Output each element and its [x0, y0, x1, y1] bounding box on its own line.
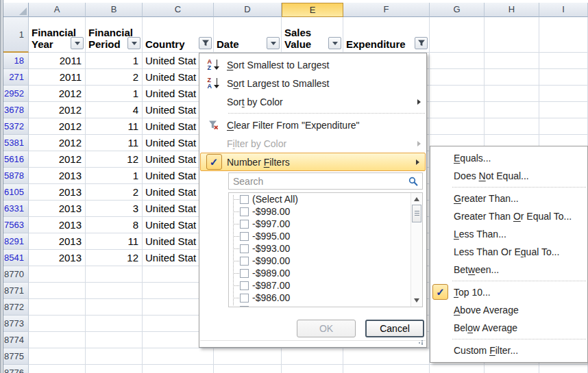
- column-header-B[interactable]: B: [86, 3, 143, 17]
- column-header-C[interactable]: C: [143, 3, 214, 17]
- cell-row8775-E[interactable]: [282, 348, 343, 365]
- cell-row2952-I[interactable]: [539, 86, 588, 102]
- column-header-G[interactable]: G: [430, 3, 485, 17]
- cell-row6331-A[interactable]: 2013: [29, 201, 86, 217]
- row-header-8771[interactable]: 8771: [3, 283, 29, 299]
- submenu-item-greater-than-or-equal-to[interactable]: Greater Than Or Equal To...: [430, 207, 587, 225]
- cell-row8541-B[interactable]: 12: [86, 250, 143, 266]
- row-header-8773[interactable]: 8773: [3, 316, 29, 332]
- cell-row8770-B[interactable]: [86, 266, 143, 283]
- row-header-8776[interactable]: 8776: [3, 365, 29, 373]
- cell-row2952-A[interactable]: 2012: [29, 86, 86, 102]
- submenu-item-top-10[interactable]: ✓Top 10...: [430, 283, 587, 301]
- submenu-item-custom-filter[interactable]: Custom Filter...: [430, 342, 587, 359]
- cell-row5372-I[interactable]: [539, 118, 588, 135]
- cell-row8776-I[interactable]: [539, 365, 588, 373]
- list-item-partial[interactable]: [229, 304, 411, 307]
- cell-row5878-A[interactable]: 2013: [29, 168, 86, 184]
- cell-row18-H[interactable]: [485, 53, 539, 69]
- row-header-8772[interactable]: 8772: [3, 299, 29, 316]
- cell-row2952-G[interactable]: [430, 86, 485, 102]
- cell-row8773-B[interactable]: [86, 316, 143, 332]
- row-header-6331[interactable]: 6331: [3, 201, 29, 217]
- column-header-F[interactable]: F: [343, 3, 430, 17]
- cell-row2952-B[interactable]: 1: [86, 86, 143, 102]
- submenu-item-above-average[interactable]: Above Average: [430, 301, 587, 319]
- cell-row8776-G[interactable]: [430, 365, 485, 373]
- cell-row5616-A[interactable]: 2012: [29, 151, 86, 168]
- checkbox[interactable]: [240, 232, 249, 241]
- row-header-3678[interactable]: 3678: [3, 102, 29, 118]
- filter-button-e[interactable]: [328, 37, 341, 49]
- cell-row8291-B[interactable]: 11: [86, 233, 143, 250]
- cell-row3678-B[interactable]: 4: [86, 102, 143, 118]
- cell-row8774-A[interactable]: [29, 332, 86, 348]
- checkbox[interactable]: [240, 294, 249, 303]
- menu-item-sort-largest-to-smallest[interactable]: ZASort Largest to Smallest: [199, 74, 426, 92]
- cell-row8775-B[interactable]: [86, 348, 143, 365]
- column-header-E[interactable]: E: [282, 3, 343, 17]
- row-header-5372[interactable]: 5372: [3, 118, 29, 135]
- submenu-item-less-than[interactable]: Less Than...: [430, 225, 587, 243]
- cell-row18-I[interactable]: [539, 53, 588, 69]
- cell-row3678-I[interactable]: [539, 102, 588, 118]
- scroll-thumb[interactable]: [412, 205, 421, 222]
- cell-row8771-B[interactable]: [86, 283, 143, 299]
- cell-row8776-B[interactable]: [86, 365, 143, 373]
- checkbox[interactable]: [240, 281, 249, 290]
- cell-row8776-F[interactable]: [343, 365, 430, 373]
- cell-row5381-A[interactable]: 2012: [29, 135, 86, 151]
- header-cell-C[interactable]: Country: [143, 17, 214, 53]
- checkbox[interactable]: [240, 244, 249, 253]
- row-header-8774[interactable]: 8774: [3, 332, 29, 348]
- scroll-down-icon[interactable]: [414, 298, 419, 303]
- header-cell-E[interactable]: SalesValue: [282, 17, 343, 53]
- list-item-986-00[interactable]: -$986.00: [229, 292, 411, 304]
- row-header-6105[interactable]: 6105: [3, 184, 29, 201]
- header-cell-A[interactable]: FinancialYear: [29, 17, 86, 53]
- scroll-up-icon[interactable]: [414, 197, 419, 201]
- header-cell-F[interactable]: Expenditure: [343, 17, 430, 53]
- cell-row5878-B[interactable]: 1: [86, 168, 143, 184]
- cell-row5372-A[interactable]: 2012: [29, 118, 86, 135]
- filter-button-d[interactable]: [267, 37, 280, 49]
- checkbox[interactable]: [240, 257, 249, 266]
- empty-header-cell-G[interactable]: [430, 17, 485, 53]
- header-cell-B[interactable]: FinancialPeriod: [86, 17, 143, 53]
- cell-row18-B[interactable]: 1: [86, 53, 143, 69]
- cancel-button[interactable]: Cancel: [365, 320, 424, 337]
- cell-row8541-A[interactable]: 2013: [29, 250, 86, 266]
- column-header-H[interactable]: H: [485, 3, 539, 17]
- row-header-5878[interactable]: 5878: [3, 168, 29, 184]
- row-header-8291[interactable]: 8291: [3, 233, 29, 250]
- resize-grip[interactable]: [415, 340, 423, 345]
- cell-row8774-B[interactable]: [86, 332, 143, 348]
- column-header-I[interactable]: I: [539, 3, 588, 17]
- cell-row18-A[interactable]: 2011: [29, 53, 86, 69]
- cell-row7563-B[interactable]: 8: [86, 217, 143, 233]
- cell-row5372-H[interactable]: [485, 118, 539, 135]
- list-item-997-00[interactable]: -$997.00: [229, 218, 411, 230]
- row-header-1[interactable]: 1: [3, 17, 29, 53]
- cell-row8773-A[interactable]: [29, 316, 86, 332]
- row-header-2952[interactable]: 2952: [3, 86, 29, 102]
- filter-funnel-button-f[interactable]: [415, 37, 428, 49]
- row-header-5381[interactable]: 5381: [3, 135, 29, 151]
- row-header-18[interactable]: 18: [3, 53, 29, 69]
- submenu-item-below-average[interactable]: Below Average: [430, 319, 587, 337]
- filter-button-a[interactable]: [71, 37, 84, 49]
- cell-row3678-A[interactable]: 2012: [29, 102, 86, 118]
- menu-item-sort-smallest-to-largest[interactable]: AZSort Smallest to Largest: [199, 55, 426, 74]
- filter-funnel-button-c[interactable]: [199, 37, 212, 49]
- menu-item-sort-by-color[interactable]: Sort by Color: [199, 92, 426, 111]
- cell-row8291-A[interactable]: 2013: [29, 233, 86, 250]
- list-item-993-00[interactable]: -$993.00: [229, 242, 411, 255]
- row-header-271[interactable]: 271: [3, 69, 29, 86]
- submenu-item-does-not-equal[interactable]: Does Not Equal...: [430, 167, 587, 185]
- cell-row18-G[interactable]: [430, 53, 485, 69]
- menu-item-clear-filter-from-expenditure[interactable]: Clear Filter From "Expenditure": [199, 116, 426, 134]
- cell-row271-H[interactable]: [485, 69, 539, 86]
- cell-row8776-H[interactable]: [485, 365, 539, 373]
- cell-row8772-B[interactable]: [86, 299, 143, 316]
- cell-row8775-F[interactable]: [343, 348, 430, 365]
